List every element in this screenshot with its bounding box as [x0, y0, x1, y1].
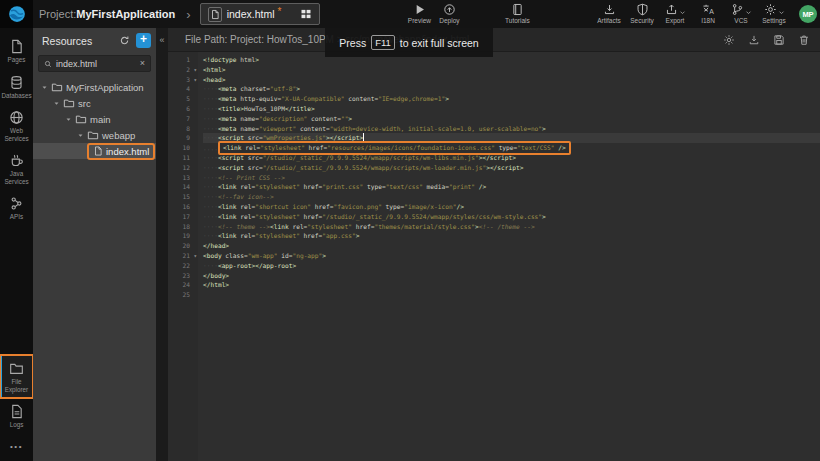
filebar-actions [723, 34, 810, 46]
code-line-8[interactable]: ····<meta name="viewport" content="width… [203, 124, 820, 134]
left-sidebar: PagesDatabasesWeb ServicesJava ServicesA… [0, 28, 33, 461]
tree-item-webapp[interactable]: webapp [33, 127, 156, 143]
tree-item-main[interactable]: main [33, 111, 156, 127]
tree-item-label: MyFirstApplication [66, 82, 144, 93]
tree-item-src[interactable]: src [33, 95, 156, 111]
clear-search-icon[interactable]: × [140, 59, 145, 68]
line-number[interactable]: 12 [168, 163, 198, 173]
line-number[interactable]: 4 [168, 84, 198, 94]
tab-grid-icon[interactable] [300, 8, 312, 20]
tree-item-myfirstapplication[interactable]: MyFirstApplication [33, 79, 156, 95]
line-number[interactable]: 9 [168, 133, 198, 143]
sidebar-item-label: Web Services [2, 127, 32, 142]
code-line-17[interactable]: ····<link rel="stylesheet" href="/studio… [203, 212, 820, 222]
download-icon[interactable] [748, 34, 760, 46]
sidebar-item-apis[interactable]: APIs [0, 190, 33, 226]
code-line-14[interactable]: ····<link rel="stylesheet" href="print.c… [203, 182, 820, 192]
export-button[interactable]: Export [660, 3, 690, 25]
code-line-24[interactable]: </html> [203, 280, 820, 290]
code-line-3[interactable]: <head> [203, 75, 820, 85]
code-line-10[interactable]: ····<link rel="stylesheet" href="resourc… [203, 143, 820, 153]
tree-item-index-html[interactable]: index.html [33, 143, 156, 159]
tutorials-button[interactable]: Tutorials [502, 3, 532, 25]
search-input[interactable] [56, 59, 136, 69]
code-line-12[interactable]: ····<script src="/studio/_static_/9.9.9.… [203, 163, 820, 173]
code-line-5[interactable]: ····<meta http-equiv="X-UA-Compatible" c… [203, 94, 820, 104]
line-number[interactable]: 8 [168, 124, 198, 134]
tab-index-html[interactable]: index.html * [200, 3, 321, 25]
deploy-button[interactable]: Deploy [434, 3, 464, 25]
line-number[interactable]: 18 [168, 222, 198, 232]
tab-modified-marker: * [278, 6, 282, 17]
app-logo[interactable] [0, 0, 33, 28]
sidebar-more-button[interactable]: ••• [0, 434, 33, 461]
topbar-left-actions: PreviewDeployTutorials [320, 3, 532, 25]
fold-caret-icon[interactable]: ▾ [193, 65, 197, 75]
sidebar-item-web-services[interactable]: Web Services [0, 104, 33, 147]
line-number[interactable]: 10 [168, 143, 198, 153]
line-number[interactable]: 14 [168, 182, 198, 192]
save-icon[interactable] [773, 34, 785, 46]
tree-item-content: webapp [87, 129, 135, 141]
sidebar-item-java-services[interactable]: Java Services [0, 147, 33, 190]
line-number[interactable]: 13 [168, 173, 198, 183]
code-line-18[interactable]: ····<!-- theme --><link rel="stylesheet"… [203, 222, 820, 232]
preview-button[interactable]: Preview [404, 3, 434, 25]
add-resource-button[interactable]: + [136, 33, 151, 48]
line-number[interactable]: 22 [168, 261, 198, 271]
line-number[interactable]: 17 [168, 212, 198, 222]
tree-item-label: main [90, 114, 111, 125]
code-line-6[interactable]: ····<title>HowTos_10PM</title> [203, 104, 820, 114]
line-number[interactable]: 21▾ [168, 251, 198, 261]
line-number[interactable]: 3▾ [168, 75, 198, 85]
code-line-23[interactable]: </body> [203, 271, 820, 281]
sidebar-item-databases[interactable]: Databases [0, 69, 33, 105]
code-line-21[interactable]: <body class="wm-app" id="ng-app"> [203, 251, 820, 261]
code-line-2[interactable]: <html> [203, 65, 820, 75]
line-number[interactable]: 2▾ [168, 65, 198, 75]
i18n-button[interactable]: AI18N [693, 3, 723, 25]
collapse-panel-icon[interactable]: « [156, 28, 168, 45]
line-number[interactable]: 7 [168, 114, 198, 124]
code-content[interactable]: <!doctype html><html><head>····<meta cha… [198, 52, 820, 461]
user-avatar[interactable]: MP [799, 5, 817, 23]
sidebar-spacer [0, 226, 33, 356]
security-button[interactable]: Security [627, 3, 657, 25]
code-line-22[interactable]: ····<app-root></app-root> [203, 261, 820, 271]
refresh-icon[interactable] [119, 35, 130, 46]
sidebar-item-file-explorer[interactable]: File Explorer [0, 355, 33, 398]
code-line-7[interactable]: ····<meta name="description" content=""> [203, 114, 820, 124]
line-number[interactable]: 19 [168, 231, 198, 241]
artifacts-button[interactable]: Artifacts [594, 3, 624, 25]
line-number[interactable]: 15 [168, 192, 198, 202]
top-bar: Project:MyFirstApplication › index.html … [0, 0, 820, 28]
fold-caret-icon[interactable]: ▾ [193, 75, 197, 85]
code-line-19[interactable]: ····<link rel="stylesheet" href="app.css… [203, 231, 820, 241]
sidebar-item-logs[interactable]: Logs [0, 398, 33, 434]
line-number[interactable]: 6 [168, 104, 198, 114]
notification-text-before: Press [339, 37, 366, 49]
code-line-25[interactable] [203, 290, 820, 300]
line-number[interactable]: 25 [168, 290, 198, 300]
trash-icon[interactable] [798, 34, 810, 46]
line-number[interactable]: 5 [168, 94, 198, 104]
line-number[interactable]: 20 [168, 241, 198, 251]
line-number[interactable]: 11 [168, 153, 198, 163]
sidebar-item-label: Java Services [2, 170, 32, 185]
gear-icon[interactable] [723, 34, 735, 46]
code-editor[interactable]: 12▾3▾456789101112131415161718192021▾2223… [168, 52, 820, 461]
code-line-4[interactable]: ····<meta charset="utf-8"> [203, 84, 820, 94]
fold-caret-icon[interactable]: ▾ [193, 251, 197, 261]
line-number[interactable]: 24 [168, 280, 198, 290]
line-number[interactable]: 1 [168, 55, 198, 65]
line-number[interactable]: 16 [168, 202, 198, 212]
settings-button[interactable]: Settings [759, 3, 789, 25]
code-line-16[interactable]: ····<link rel="shortcut icon" href="favi… [203, 202, 820, 212]
code-line-15[interactable]: ····<!--fav icon--> [203, 192, 820, 202]
line-number[interactable]: 23 [168, 271, 198, 281]
code-line-20[interactable]: </head> [203, 241, 820, 251]
sidebar-item-pages[interactable]: Pages [0, 33, 33, 69]
code-line-13[interactable]: ····<!-- Print CSS --> [203, 173, 820, 183]
code-line-1[interactable]: <!doctype html> [203, 55, 820, 65]
vcs-button[interactable]: VCS [726, 3, 756, 25]
